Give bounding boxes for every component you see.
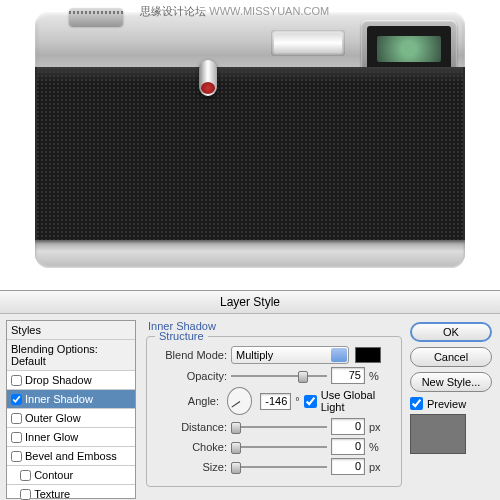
size-input[interactable]: 0 [331, 458, 365, 475]
contour-checkbox[interactable] [20, 470, 31, 481]
outer-glow-checkbox[interactable] [11, 413, 22, 424]
size-slider[interactable] [231, 460, 327, 474]
choke-label: Choke: [155, 441, 227, 453]
unit-label: px [369, 421, 381, 433]
dialog-buttons: OK Cancel New Style... Preview [410, 314, 500, 499]
style-inner-shadow[interactable]: Inner Shadow [7, 390, 135, 409]
size-label: Size: [155, 461, 227, 473]
ok-button[interactable]: OK [410, 322, 492, 342]
inner-glow-checkbox[interactable] [11, 432, 22, 443]
drop-shadow-checkbox[interactable] [11, 375, 22, 386]
dialog-title: Layer Style [0, 291, 500, 314]
camera-illustration [35, 12, 465, 268]
opacity-input[interactable]: 75 [331, 367, 365, 384]
blend-mode-label: Blend Mode: [155, 349, 227, 361]
inner-shadow-checkbox[interactable] [11, 394, 22, 405]
bevel-checkbox[interactable] [11, 451, 22, 462]
style-contour[interactable]: Contour [7, 466, 135, 485]
unit-label: % [369, 441, 379, 453]
structure-group: Structure Blend Mode: Multiply Opacity: … [146, 336, 402, 487]
styles-list: Styles Blending Options: Default Drop Sh… [6, 320, 136, 499]
preview-label: Preview [427, 398, 466, 410]
style-label: Bevel and Emboss [25, 450, 117, 462]
unit-label: ° [295, 395, 299, 407]
camera-preview [0, 0, 500, 290]
global-light-checkbox[interactable] [304, 395, 317, 408]
opacity-slider[interactable] [231, 369, 327, 383]
style-label: Inner Shadow [25, 393, 93, 405]
opacity-label: Opacity: [155, 370, 227, 382]
settings-panel: Inner Shadow Structure Blend Mode: Multi… [136, 314, 410, 499]
camera-dial [69, 8, 123, 26]
preview-checkbox[interactable] [410, 397, 423, 410]
styles-header[interactable]: Styles [7, 321, 135, 340]
blend-mode-select[interactable]: Multiply [231, 346, 349, 364]
blending-options-row[interactable]: Blending Options: Default [7, 340, 135, 371]
new-style-button[interactable]: New Style... [410, 372, 492, 392]
unit-label: px [369, 461, 381, 473]
style-inner-glow[interactable]: Inner Glow [7, 428, 135, 447]
distance-input[interactable]: 0 [331, 418, 365, 435]
distance-slider[interactable] [231, 420, 327, 434]
preview-swatch [410, 414, 466, 454]
global-light-label: Use Global Light [321, 389, 393, 413]
viewfinder-inner [367, 26, 451, 72]
camera-leather-body [35, 67, 465, 242]
camera-knob [199, 60, 217, 96]
cancel-button[interactable]: Cancel [410, 347, 492, 367]
choke-slider[interactable] [231, 440, 327, 454]
watermark: 思缘设计论坛 WWW.MISSYUAN.COM [140, 4, 329, 19]
viewfinder-glass [377, 36, 441, 62]
angle-dial[interactable] [227, 387, 252, 415]
style-outer-glow[interactable]: Outer Glow [7, 409, 135, 428]
style-drop-shadow[interactable]: Drop Shadow [7, 371, 135, 390]
distance-label: Distance: [155, 421, 227, 433]
texture-checkbox[interactable] [20, 489, 31, 500]
camera-flash [271, 30, 345, 56]
style-label: Contour [34, 469, 73, 481]
style-texture[interactable]: Texture [7, 485, 135, 500]
unit-label: % [369, 370, 379, 382]
layer-style-dialog: Layer Style Styles Blending Options: Def… [0, 290, 500, 500]
style-label: Inner Glow [25, 431, 78, 443]
angle-label: Angle: [155, 395, 219, 407]
style-label: Outer Glow [25, 412, 81, 424]
style-label: Drop Shadow [25, 374, 92, 386]
structure-legend: Structure [155, 330, 208, 342]
style-bevel-emboss[interactable]: Bevel and Emboss [7, 447, 135, 466]
choke-input[interactable]: 0 [331, 438, 365, 455]
angle-input[interactable]: -146 [260, 393, 291, 410]
camera-bottom-plate [35, 240, 465, 268]
shadow-color-swatch[interactable] [355, 347, 381, 363]
style-label: Texture [34, 488, 70, 500]
